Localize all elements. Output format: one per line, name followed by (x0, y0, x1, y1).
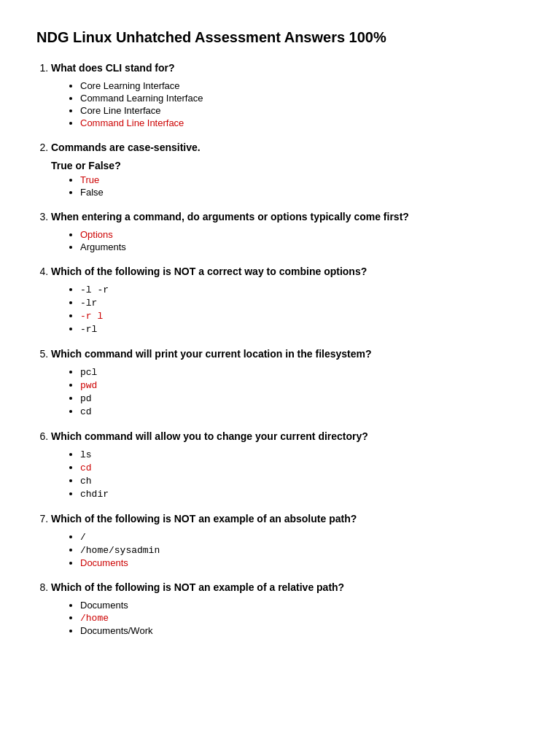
option-text-5-1: pcl (80, 366, 97, 377)
question-text-8: Which of the following is NOT an example… (51, 580, 524, 595)
option-text-2-2: False (80, 187, 104, 198)
option-text-2-1: True (80, 174, 99, 185)
option-8-1: Documents (80, 600, 524, 611)
option-6-1: ls (80, 449, 524, 460)
option-6-2: cd (80, 462, 524, 473)
option-text-4-4: -rl (80, 323, 97, 334)
option-1-1: Core Learning Interface (80, 80, 524, 91)
page-title: NDG Linux Unhatched Assessment Answers 1… (36, 29, 524, 46)
option-5-3: pd (80, 392, 524, 404)
option-4-2: -lr (80, 297, 524, 309)
question-item-3: When entering a command, do arguments or… (51, 209, 524, 252)
option-text-6-1: ls (80, 449, 92, 460)
option-text-8-1: Documents (80, 600, 128, 611)
question-text-1: What does CLI stand for? (51, 61, 524, 76)
question-text-3: When entering a command, do arguments or… (51, 209, 524, 225)
option-text-6-2: cd (80, 462, 92, 473)
option-text-7-3: Documents (80, 557, 128, 568)
question-item-5: Which command will print your current lo… (51, 347, 524, 417)
options-list-4: -l -r-lr-r l-rl (51, 284, 524, 335)
option-1-2: Command Learning Interface (80, 93, 524, 104)
question-text-6: Which command will allow you to change y… (51, 429, 524, 444)
option-2-2: False (80, 187, 524, 198)
question-text-2: Commands are case-sensitive. (51, 140, 524, 155)
option-8-3: Documents/Work (80, 625, 524, 636)
question-item-2: Commands are case-sensitive.True or Fals… (51, 140, 524, 198)
option-text-7-2: /home/sysadmin (80, 544, 160, 555)
options-list-7: //home/sysadminDocuments (51, 531, 524, 568)
option-text-3-2: Arguments (80, 241, 126, 252)
option-8-2: /home (80, 612, 524, 624)
option-text-4-1: -l -r (80, 284, 109, 295)
question-text-5: Which command will print your current lo… (51, 347, 524, 362)
option-text-5-2: pwd (80, 379, 97, 390)
option-7-2: /home/sysadmin (80, 544, 524, 556)
option-text-5-4: cd (80, 406, 92, 417)
questions-list: What does CLI stand for?Core Learning In… (36, 61, 524, 636)
option-5-1: pcl (80, 366, 524, 378)
question-item-1: What does CLI stand for?Core Learning In… (51, 61, 524, 128)
option-text-5-3: pd (80, 392, 92, 403)
option-text-1-1: Core Learning Interface (80, 80, 180, 91)
option-text-1-3: Core Line Interface (80, 105, 161, 116)
options-list-8: Documents/homeDocuments/Work (51, 600, 524, 636)
option-4-4: -rl (80, 323, 524, 335)
option-6-4: chdir (80, 488, 524, 500)
options-list-2: TrueFalse (51, 174, 524, 198)
options-list-3: OptionsArguments (51, 229, 524, 252)
question-item-4: Which of the following is NOT a correct … (51, 264, 524, 335)
option-text-1-4: Command Line Interface (80, 117, 184, 128)
option-1-4: Command Line Interface (80, 117, 524, 128)
option-5-4: cd (80, 406, 524, 417)
sub-label-2: True or False? (51, 160, 524, 171)
option-2-1: True (80, 174, 524, 185)
option-text-4-2: -lr (80, 297, 97, 308)
option-5-2: pwd (80, 379, 524, 391)
option-4-3: -r l (80, 310, 524, 322)
options-list-5: pclpwdpdcd (51, 366, 524, 417)
option-4-1: -l -r (80, 284, 524, 295)
option-7-1: / (80, 531, 524, 543)
question-item-7: Which of the following is NOT an example… (51, 511, 524, 568)
options-list-6: lscdchchdir (51, 449, 524, 500)
question-item-8: Which of the following is NOT an example… (51, 580, 524, 636)
option-6-3: ch (80, 475, 524, 487)
question-text-4: Which of the following is NOT a correct … (51, 264, 524, 279)
option-text-3-1: Options (80, 229, 113, 240)
options-list-1: Core Learning InterfaceCommand Learning … (51, 80, 524, 128)
option-text-7-1: / (80, 531, 86, 542)
option-text-6-4: chdir (80, 488, 109, 499)
option-7-3: Documents (80, 557, 524, 568)
option-text-1-2: Command Learning Interface (80, 93, 203, 104)
option-text-6-3: ch (80, 475, 92, 486)
option-1-3: Core Line Interface (80, 105, 524, 116)
option-text-4-3: -r l (80, 310, 103, 321)
option-text-8-2: /home (80, 612, 109, 623)
option-3-2: Arguments (80, 241, 524, 252)
option-text-8-3: Documents/Work (80, 625, 152, 636)
question-item-6: Which command will allow you to change y… (51, 429, 524, 500)
option-3-1: Options (80, 229, 524, 240)
question-text-7: Which of the following is NOT an example… (51, 511, 524, 527)
